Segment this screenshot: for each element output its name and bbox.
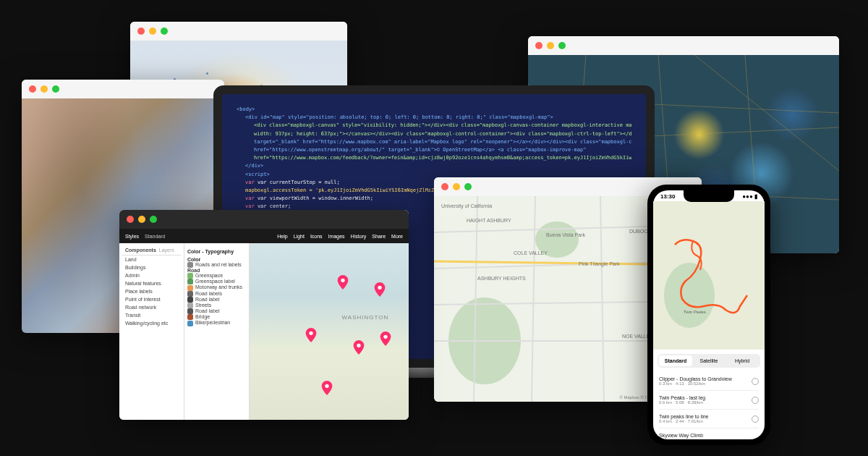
code-line: var center; [258,203,291,209]
sidebar-item[interactable]: Buildings [122,263,181,271]
traffic-lights [119,210,409,229]
window-map-studio: Styles Standard Help Light Icons Images … [119,210,409,420]
color-row[interactable]: Roads and rel labels [187,262,246,268]
phone-map-canvas[interactable]: ✕ Twin Peaks [653,201,765,350]
close-icon[interactable] [441,183,448,190]
sidebar-item[interactable]: Transit [122,311,181,319]
map-pin-icon[interactable] [337,275,349,290]
color-row[interactable]: Motorway and trunks [187,284,246,290]
tab-satellite[interactable]: Satellite [692,355,726,366]
list-item[interactable]: Skyview Way Climb [659,428,759,439]
code-line: href="https://www.openstreetmap.org/abou… [237,146,631,154]
studio-components-panel: Components Layers Land Buildings Admin N… [119,243,184,420]
code-line: var viewportWidth = window.innerWidth; [258,195,373,201]
sidebar-item[interactable]: Land [122,256,181,263]
studio-brand[interactable]: Styles [125,234,139,239]
radio-icon[interactable] [752,415,759,423]
map-label: ASHBURY HEIGHTS [477,276,526,281]
status-time: 13:30 [660,193,675,200]
color-row[interactable]: Greenspace [187,273,246,279]
svg-line-7 [694,55,839,171]
svg-point-24 [384,335,388,339]
toolbar-history[interactable]: History [351,234,367,239]
minimize-icon[interactable] [138,216,145,223]
tab-standard[interactable]: Standard [659,355,692,366]
close-icon[interactable] [29,85,36,93]
studio-toolbar: Styles Standard Help Light Icons Images … [119,229,409,243]
minimize-icon[interactable] [149,28,156,35]
code-line: width: 937px; height: 637px;"></canvas><… [237,130,631,138]
close-icon[interactable] [127,216,134,223]
maximize-icon[interactable] [558,42,566,49]
panel-subheading: Road [187,268,246,273]
maximize-icon[interactable] [464,183,472,190]
svg-point-20 [341,279,344,282]
svg-point-22 [309,332,312,335]
studio-style-name[interactable]: Standard [145,234,165,239]
svg-point-27 [664,263,715,328]
code-line: <div id="map" style="position: absolute;… [245,114,553,120]
sidebar-item[interactable]: Road network [122,303,181,311]
phone-device: 13:30 ●●● ▮ ✕ Twin Peaks Standard Satell… [647,185,770,445]
toolbar-icons[interactable]: Icons [310,234,323,239]
minimize-icon[interactable] [41,85,48,93]
map-pin-icon[interactable] [374,282,386,297]
toolbar-light[interactable]: Light [294,234,305,239]
toolbar-share[interactable]: Share [372,234,386,239]
studio-map-canvas[interactable]: WASHINGTON [250,243,409,420]
code-line: href="https://www.mapbox.com/feedback/?o… [237,154,631,162]
color-row[interactable]: Streets [187,303,246,308]
traffic-lights [22,80,224,98]
minimize-icon[interactable] [453,183,460,190]
sidebar-item[interactable]: Walking/cycling etc [122,319,181,327]
phone-notch [684,190,734,202]
maximize-icon[interactable] [52,85,59,93]
map-region-label: WASHINGTON [342,314,389,321]
color-row[interactable]: Bike/pedestrian [187,320,246,326]
color-row[interactable]: Road labels [187,291,246,297]
list-item[interactable]: Twin Peaks - last leg0.6 km · 5:08 · 8:2… [659,391,759,410]
close-icon[interactable] [535,42,542,49]
color-row[interactable]: Road label [187,308,246,314]
map-label: Twin Peaks [684,310,706,314]
code-line: <script> [245,172,270,177]
maximize-icon[interactable] [150,216,157,223]
map-pin-icon[interactable] [353,340,365,355]
color-row[interactable]: Greenspace label [187,279,246,284]
map-pin-icon[interactable] [380,332,391,346]
code-line: </div> [245,163,263,169]
sidebar-item[interactable]: Place labels [122,287,181,295]
map-label: COLE VALLEY [514,250,548,256]
svg-point-23 [357,344,360,347]
svg-point-25 [325,384,328,388]
close-icon[interactable] [137,28,145,35]
toolbar-help[interactable]: Help [277,234,287,239]
map-style-segmented-control[interactable]: Standard Satellite Hybrid [658,354,760,368]
radio-icon[interactable] [752,378,759,385]
toolbar-images[interactable]: Images [328,234,345,239]
sidebar-item[interactable]: Admin [122,271,181,279]
tab-hybrid[interactable]: Hybrid [726,355,759,366]
map-label: HAIGHT ASHBURY [467,218,511,223]
map-label: Pink Triangle Park [579,261,620,266]
color-row[interactable]: Road label [187,297,246,303]
radio-icon[interactable] [752,397,759,404]
panel-heading: Color - Typography [187,249,246,254]
status-icons: ●●● ▮ [742,193,757,200]
maximize-icon[interactable] [161,28,168,35]
sidebar-item[interactable]: Point of interest [122,295,181,303]
studio-color-panel: Color - Typography Color Roads and rel l… [184,243,250,420]
list-item[interactable]: Clipper - Douglass to Grandview0.3 km · … [659,372,759,391]
code-line: var currentTourStop = null; [258,180,340,185]
sidebar-item[interactable]: Natural features [122,279,181,287]
minimize-icon[interactable] [547,42,554,49]
toolbar-more[interactable]: More [391,234,403,239]
map-pin-icon[interactable] [321,381,333,395]
list-item[interactable]: Twin peaks line to line0.4 km · 2:44 · 7… [659,410,759,428]
map-pin-icon[interactable] [305,328,317,342]
color-row[interactable]: Bridge [187,314,246,320]
tab-components[interactable]: Components [125,248,156,253]
code-line: <body> [237,106,255,112]
tab-layers[interactable]: Layers [159,248,174,253]
svg-point-21 [378,285,381,289]
